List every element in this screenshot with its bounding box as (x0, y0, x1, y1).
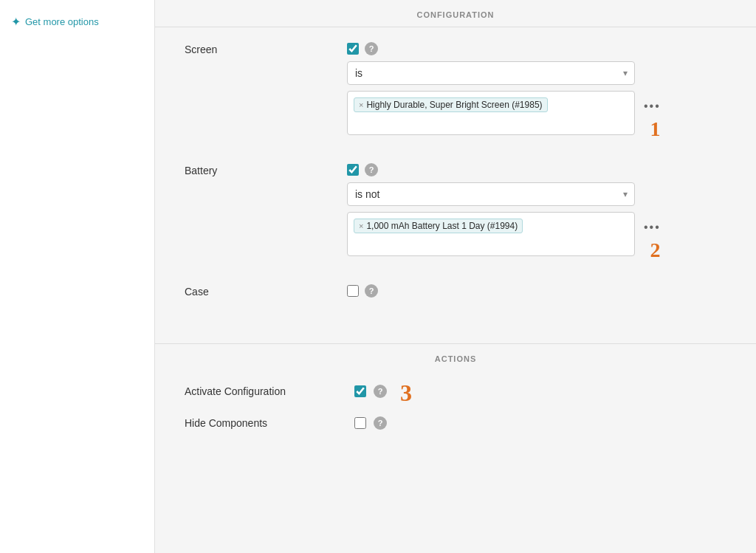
battery-checkbox-row: ? (347, 163, 726, 176)
battery-tag-area-wrapper: × 1,000 mAh Battery Last 1 Day (#1994) •… (347, 212, 726, 261)
hide-components-label: Hide Components (185, 417, 347, 429)
screen-operator-select[interactable]: is is not (347, 61, 635, 85)
screen-tag-text: Highly Durable, Super Bright Screen (#19… (366, 100, 542, 110)
battery-more-button[interactable]: ••• (641, 218, 664, 237)
screen-help-icon[interactable]: ? (365, 42, 378, 55)
screen-controls: ? is is not ▾ × Highly Durable (347, 42, 726, 140)
battery-help-icon[interactable]: ? (365, 163, 378, 176)
actions-section: ACTIONS Activate Configuration ? 3 Hide … (155, 343, 756, 449)
battery-controls: ? is is not ▾ × 1,000 mAh Batt (347, 163, 726, 261)
activate-step-number: 3 (400, 381, 412, 405)
battery-operator-select[interactable]: is is not (347, 182, 635, 206)
case-checkbox-row: ? (347, 284, 726, 298)
battery-operator-wrapper: is is not ▾ (347, 182, 635, 206)
battery-label: Battery (185, 163, 347, 176)
case-field-row: Case ? (185, 284, 726, 300)
case-label: Case (185, 284, 347, 298)
battery-checkbox[interactable] (347, 164, 359, 176)
screen-tag-remove-icon[interactable]: × (359, 100, 363, 109)
battery-tag-area[interactable]: × 1,000 mAh Battery Last 1 Day (#1994) (347, 212, 635, 256)
activate-config-row: Activate Configuration ? 3 (185, 378, 726, 405)
activate-config-label: Activate Configuration (185, 385, 347, 397)
screen-more-button[interactable]: ••• (641, 97, 664, 116)
case-controls: ? (347, 284, 726, 298)
battery-tag-remove-icon[interactable]: × (359, 221, 363, 230)
screen-tag[interactable]: × Highly Durable, Super Bright Screen (#… (354, 97, 548, 112)
hide-components-checkbox[interactable] (354, 417, 366, 429)
battery-step-number: 2 (650, 240, 660, 261)
hide-components-row: Hide Components ? (185, 416, 726, 430)
screen-checkbox-row: ? (347, 42, 726, 55)
battery-field-row: Battery ? is is not ▾ (185, 163, 726, 264)
case-checkbox[interactable] (347, 285, 359, 297)
activate-config-help-icon[interactable]: ? (374, 385, 387, 398)
hide-components-help-icon[interactable]: ? (374, 416, 387, 430)
screen-operator-wrapper: is is not ▾ (347, 61, 635, 85)
sidebar-link-label: Get more options (25, 16, 99, 27)
screen-tag-area-wrapper: × Highly Durable, Super Bright Screen (#… (347, 91, 726, 140)
main-content: CONFIGURATION Screen ? is is not (155, 0, 756, 553)
actions-body: Activate Configuration ? 3 Hide Componen… (155, 371, 756, 449)
config-body: Screen ? is is not ▾ (155, 27, 756, 336)
battery-tag-text: 1,000 mAh Battery Last 1 Day (#1994) (366, 221, 518, 231)
screen-checkbox[interactable] (347, 43, 359, 55)
screen-step-number: 1 (650, 119, 660, 140)
screen-label: Screen (185, 42, 347, 55)
actions-section-header: ACTIONS (155, 344, 756, 371)
screen-field-row: Screen ? is is not ▾ (185, 42, 726, 142)
screen-tag-area[interactable]: × Highly Durable, Super Bright Screen (#… (347, 91, 635, 135)
config-section-header: CONFIGURATION (155, 0, 756, 27)
case-help-icon[interactable]: ? (365, 284, 378, 298)
activate-config-checkbox[interactable] (354, 385, 366, 397)
battery-tag[interactable]: × 1,000 mAh Battery Last 1 Day (#1994) (354, 219, 523, 233)
sidebar: ✦ Get more options (0, 0, 155, 553)
pin-icon: ✦ (11, 15, 21, 29)
get-more-options-link[interactable]: ✦ Get more options (11, 15, 143, 29)
